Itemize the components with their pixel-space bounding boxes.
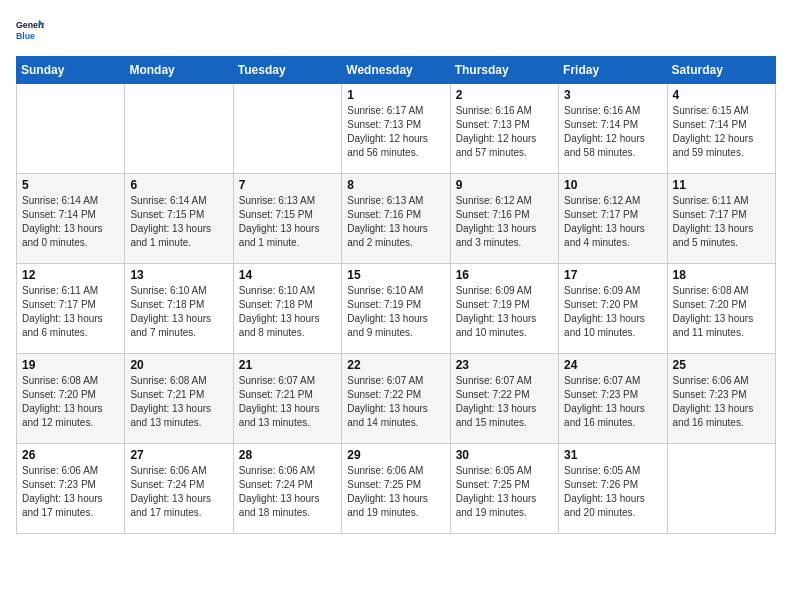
- day-number: 26: [22, 448, 119, 462]
- day-info: Sunrise: 6:14 AM Sunset: 7:15 PM Dayligh…: [130, 194, 227, 250]
- calendar-cell: 19Sunrise: 6:08 AM Sunset: 7:20 PM Dayli…: [17, 354, 125, 444]
- day-number: 17: [564, 268, 661, 282]
- calendar-cell: 30Sunrise: 6:05 AM Sunset: 7:25 PM Dayli…: [450, 444, 558, 534]
- calendar-cell: 11Sunrise: 6:11 AM Sunset: 7:17 PM Dayli…: [667, 174, 775, 264]
- calendar-cell: 24Sunrise: 6:07 AM Sunset: 7:23 PM Dayli…: [559, 354, 667, 444]
- day-info: Sunrise: 6:06 AM Sunset: 7:25 PM Dayligh…: [347, 464, 444, 520]
- weekday-header: Saturday: [667, 57, 775, 84]
- day-number: 5: [22, 178, 119, 192]
- day-number: 10: [564, 178, 661, 192]
- calendar-cell: 28Sunrise: 6:06 AM Sunset: 7:24 PM Dayli…: [233, 444, 341, 534]
- day-number: 2: [456, 88, 553, 102]
- day-info: Sunrise: 6:11 AM Sunset: 7:17 PM Dayligh…: [673, 194, 770, 250]
- day-info: Sunrise: 6:10 AM Sunset: 7:18 PM Dayligh…: [130, 284, 227, 340]
- calendar-cell: 23Sunrise: 6:07 AM Sunset: 7:22 PM Dayli…: [450, 354, 558, 444]
- calendar-cell: 5Sunrise: 6:14 AM Sunset: 7:14 PM Daylig…: [17, 174, 125, 264]
- calendar-cell: 31Sunrise: 6:05 AM Sunset: 7:26 PM Dayli…: [559, 444, 667, 534]
- day-number: 13: [130, 268, 227, 282]
- calendar-cell: 7Sunrise: 6:13 AM Sunset: 7:15 PM Daylig…: [233, 174, 341, 264]
- day-info: Sunrise: 6:14 AM Sunset: 7:14 PM Dayligh…: [22, 194, 119, 250]
- svg-text:Blue: Blue: [16, 31, 35, 41]
- day-info: Sunrise: 6:11 AM Sunset: 7:17 PM Dayligh…: [22, 284, 119, 340]
- calendar-table: SundayMondayTuesdayWednesdayThursdayFrid…: [16, 56, 776, 534]
- calendar-cell: 4Sunrise: 6:15 AM Sunset: 7:14 PM Daylig…: [667, 84, 775, 174]
- calendar-cell: 10Sunrise: 6:12 AM Sunset: 7:17 PM Dayli…: [559, 174, 667, 264]
- calendar-cell: [17, 84, 125, 174]
- weekday-header: Sunday: [17, 57, 125, 84]
- calendar-cell: 22Sunrise: 6:07 AM Sunset: 7:22 PM Dayli…: [342, 354, 450, 444]
- day-info: Sunrise: 6:08 AM Sunset: 7:21 PM Dayligh…: [130, 374, 227, 430]
- calendar-cell: 26Sunrise: 6:06 AM Sunset: 7:23 PM Dayli…: [17, 444, 125, 534]
- day-number: 9: [456, 178, 553, 192]
- calendar-cell: 12Sunrise: 6:11 AM Sunset: 7:17 PM Dayli…: [17, 264, 125, 354]
- day-info: Sunrise: 6:06 AM Sunset: 7:24 PM Dayligh…: [239, 464, 336, 520]
- calendar-cell: 17Sunrise: 6:09 AM Sunset: 7:20 PM Dayli…: [559, 264, 667, 354]
- day-info: Sunrise: 6:07 AM Sunset: 7:22 PM Dayligh…: [347, 374, 444, 430]
- day-info: Sunrise: 6:06 AM Sunset: 7:23 PM Dayligh…: [673, 374, 770, 430]
- calendar-cell: 1Sunrise: 6:17 AM Sunset: 7:13 PM Daylig…: [342, 84, 450, 174]
- weekday-header: Wednesday: [342, 57, 450, 84]
- calendar-cell: 29Sunrise: 6:06 AM Sunset: 7:25 PM Dayli…: [342, 444, 450, 534]
- calendar-cell: 14Sunrise: 6:10 AM Sunset: 7:18 PM Dayli…: [233, 264, 341, 354]
- calendar-week-row: 12Sunrise: 6:11 AM Sunset: 7:17 PM Dayli…: [17, 264, 776, 354]
- calendar-cell: 15Sunrise: 6:10 AM Sunset: 7:19 PM Dayli…: [342, 264, 450, 354]
- page-header: General Blue: [16, 16, 776, 44]
- day-info: Sunrise: 6:12 AM Sunset: 7:17 PM Dayligh…: [564, 194, 661, 250]
- weekday-header-row: SundayMondayTuesdayWednesdayThursdayFrid…: [17, 57, 776, 84]
- calendar-week-row: 26Sunrise: 6:06 AM Sunset: 7:23 PM Dayli…: [17, 444, 776, 534]
- day-number: 6: [130, 178, 227, 192]
- day-info: Sunrise: 6:05 AM Sunset: 7:26 PM Dayligh…: [564, 464, 661, 520]
- day-info: Sunrise: 6:07 AM Sunset: 7:21 PM Dayligh…: [239, 374, 336, 430]
- calendar-cell: 20Sunrise: 6:08 AM Sunset: 7:21 PM Dayli…: [125, 354, 233, 444]
- day-number: 29: [347, 448, 444, 462]
- day-number: 25: [673, 358, 770, 372]
- day-number: 24: [564, 358, 661, 372]
- day-number: 4: [673, 88, 770, 102]
- day-number: 21: [239, 358, 336, 372]
- day-info: Sunrise: 6:12 AM Sunset: 7:16 PM Dayligh…: [456, 194, 553, 250]
- calendar-cell: 13Sunrise: 6:10 AM Sunset: 7:18 PM Dayli…: [125, 264, 233, 354]
- calendar-cell: 25Sunrise: 6:06 AM Sunset: 7:23 PM Dayli…: [667, 354, 775, 444]
- day-info: Sunrise: 6:06 AM Sunset: 7:24 PM Dayligh…: [130, 464, 227, 520]
- day-info: Sunrise: 6:15 AM Sunset: 7:14 PM Dayligh…: [673, 104, 770, 160]
- day-info: Sunrise: 6:10 AM Sunset: 7:18 PM Dayligh…: [239, 284, 336, 340]
- day-info: Sunrise: 6:08 AM Sunset: 7:20 PM Dayligh…: [673, 284, 770, 340]
- day-number: 20: [130, 358, 227, 372]
- logo: General Blue: [16, 16, 48, 44]
- day-info: Sunrise: 6:13 AM Sunset: 7:16 PM Dayligh…: [347, 194, 444, 250]
- day-info: Sunrise: 6:10 AM Sunset: 7:19 PM Dayligh…: [347, 284, 444, 340]
- day-info: Sunrise: 6:16 AM Sunset: 7:14 PM Dayligh…: [564, 104, 661, 160]
- day-number: 18: [673, 268, 770, 282]
- day-number: 8: [347, 178, 444, 192]
- calendar-week-row: 19Sunrise: 6:08 AM Sunset: 7:20 PM Dayli…: [17, 354, 776, 444]
- calendar-cell: 8Sunrise: 6:13 AM Sunset: 7:16 PM Daylig…: [342, 174, 450, 264]
- day-info: Sunrise: 6:17 AM Sunset: 7:13 PM Dayligh…: [347, 104, 444, 160]
- weekday-header: Thursday: [450, 57, 558, 84]
- day-number: 14: [239, 268, 336, 282]
- day-number: 30: [456, 448, 553, 462]
- calendar-cell: 16Sunrise: 6:09 AM Sunset: 7:19 PM Dayli…: [450, 264, 558, 354]
- weekday-header: Monday: [125, 57, 233, 84]
- calendar-cell: 27Sunrise: 6:06 AM Sunset: 7:24 PM Dayli…: [125, 444, 233, 534]
- calendar-week-row: 5Sunrise: 6:14 AM Sunset: 7:14 PM Daylig…: [17, 174, 776, 264]
- day-number: 31: [564, 448, 661, 462]
- weekday-header: Friday: [559, 57, 667, 84]
- weekday-header: Tuesday: [233, 57, 341, 84]
- calendar-cell: 21Sunrise: 6:07 AM Sunset: 7:21 PM Dayli…: [233, 354, 341, 444]
- calendar-cell: 6Sunrise: 6:14 AM Sunset: 7:15 PM Daylig…: [125, 174, 233, 264]
- calendar-cell: [667, 444, 775, 534]
- day-info: Sunrise: 6:13 AM Sunset: 7:15 PM Dayligh…: [239, 194, 336, 250]
- day-info: Sunrise: 6:16 AM Sunset: 7:13 PM Dayligh…: [456, 104, 553, 160]
- day-number: 19: [22, 358, 119, 372]
- day-number: 22: [347, 358, 444, 372]
- day-number: 7: [239, 178, 336, 192]
- day-number: 23: [456, 358, 553, 372]
- day-number: 16: [456, 268, 553, 282]
- day-info: Sunrise: 6:07 AM Sunset: 7:23 PM Dayligh…: [564, 374, 661, 430]
- day-info: Sunrise: 6:06 AM Sunset: 7:23 PM Dayligh…: [22, 464, 119, 520]
- day-number: 15: [347, 268, 444, 282]
- day-info: Sunrise: 6:09 AM Sunset: 7:20 PM Dayligh…: [564, 284, 661, 340]
- calendar-cell: 18Sunrise: 6:08 AM Sunset: 7:20 PM Dayli…: [667, 264, 775, 354]
- day-info: Sunrise: 6:07 AM Sunset: 7:22 PM Dayligh…: [456, 374, 553, 430]
- day-number: 1: [347, 88, 444, 102]
